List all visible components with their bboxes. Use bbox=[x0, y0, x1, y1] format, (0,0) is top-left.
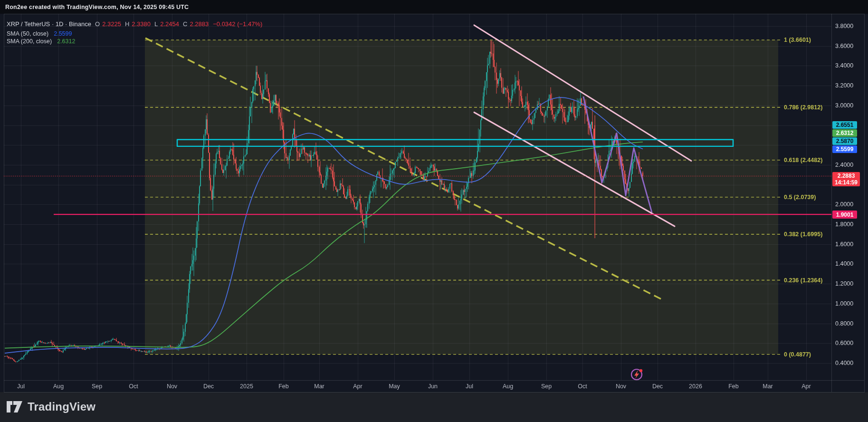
time-axis-label: May bbox=[389, 383, 400, 390]
brand-wordmark: TradingView bbox=[28, 400, 95, 413]
flash-icon bbox=[628, 365, 646, 384]
time-axis-label: Aug bbox=[503, 383, 513, 390]
close-label: C bbox=[183, 20, 187, 28]
fib-level-label: 0.382 (1.6995) bbox=[784, 231, 822, 238]
price-badge: 1.9001 bbox=[832, 211, 857, 219]
sma200-value: 2.6312 bbox=[57, 38, 75, 45]
price-tick-label: 3.6000 bbox=[835, 43, 853, 49]
price-badge: 2.5599 bbox=[832, 145, 857, 153]
time-axis-label: Sep bbox=[541, 383, 552, 390]
open-value: 2.3225 bbox=[102, 20, 121, 28]
chart-pane[interactable] bbox=[0, 0, 868, 422]
sma50-label: SMA (50, close) bbox=[7, 30, 48, 37]
time-axis-label: Dec bbox=[652, 383, 663, 390]
price-badge: 2.6551 bbox=[832, 121, 857, 129]
fib-level-label: 0.618 (2.4482) bbox=[784, 157, 822, 163]
low-value: 2.2454 bbox=[160, 20, 179, 28]
time-axis-label: Mar bbox=[314, 383, 324, 390]
price-badge: 2.5870 bbox=[832, 137, 857, 145]
time-axis-label: Nov bbox=[167, 383, 177, 390]
time-axis-label: Dec bbox=[203, 383, 214, 390]
time-axis-label: Apr bbox=[353, 383, 362, 390]
legend-sma50-row[interactable]: SMA (50, close) 2.5599 bbox=[7, 30, 72, 37]
price-tick-label: 1.2000 bbox=[835, 280, 853, 287]
open-label: O bbox=[95, 20, 100, 28]
tradingview-logo-icon bbox=[6, 400, 23, 414]
legend-symbol-row[interactable]: XRP / TetherUS · 1D · Binance O 2.3225 H… bbox=[7, 20, 262, 28]
fib-level-label: 0.5 (2.0739) bbox=[784, 194, 816, 201]
price-badge: 2.6312 bbox=[832, 129, 857, 137]
high-label: H bbox=[125, 20, 129, 28]
price-tick-label: 3.2000 bbox=[835, 82, 853, 89]
legend-sma200-row[interactable]: SMA (200, close) 2.6312 bbox=[7, 38, 75, 45]
symbol-title[interactable]: XRP / TetherUS · 1D · Binance bbox=[7, 20, 91, 28]
time-axis-label: Mar bbox=[763, 383, 773, 390]
time-axis-label: Oct bbox=[578, 383, 587, 390]
flash-idea-marker[interactable] bbox=[628, 365, 646, 385]
time-axis-label: 2025 bbox=[240, 383, 253, 390]
sma50-value: 2.5599 bbox=[54, 30, 72, 37]
close-value: 2.2883 bbox=[190, 20, 209, 28]
price-tick-label: 2.4000 bbox=[835, 162, 853, 168]
time-axis-label: 2026 bbox=[689, 383, 702, 390]
time-axis-label: Nov bbox=[616, 383, 626, 390]
time-axis-label: Oct bbox=[129, 383, 138, 390]
price-badge: 2.288314:14:59 bbox=[832, 172, 860, 186]
price-tick-label: 1.0000 bbox=[835, 300, 853, 307]
price-tick-label: 3.4000 bbox=[835, 62, 853, 69]
watermark-bar: Ron2ee created with TradingView.com, Nov… bbox=[5, 0, 189, 14]
time-axis-label: Jul bbox=[466, 383, 473, 390]
price-tick-label: 3.0000 bbox=[835, 102, 853, 109]
low-label: L bbox=[154, 20, 158, 28]
fib-level-label: 1 (3.6601) bbox=[784, 37, 811, 43]
price-tick-label: 1.4000 bbox=[835, 260, 853, 267]
fib-level-label: 0.236 (1.2364) bbox=[784, 277, 822, 284]
price-tick-label: 0.6000 bbox=[835, 340, 853, 346]
price-tick-label: 3.8000 bbox=[835, 23, 853, 29]
change-value: −0.0342 (−1.47%) bbox=[213, 20, 262, 28]
fib-level-label: 0.786 (2.9812) bbox=[784, 104, 822, 111]
sma200-label: SMA (200, close) bbox=[7, 38, 52, 45]
time-axis-label: Feb bbox=[278, 383, 289, 390]
time-axis-label: Feb bbox=[728, 383, 739, 390]
tradingview-chart-page: Ron2ee created with TradingView.com, Nov… bbox=[0, 0, 868, 422]
price-tick-label: 2.0000 bbox=[835, 201, 853, 208]
time-axis-label: Aug bbox=[53, 383, 64, 390]
price-tick-label: 1.6000 bbox=[835, 241, 853, 248]
time-axis-label: Apr bbox=[801, 383, 811, 390]
time-axis-label: Sep bbox=[92, 383, 102, 390]
time-axis-label: Jul bbox=[17, 383, 25, 390]
price-tick-label: 0.8000 bbox=[835, 320, 853, 327]
watermark-text: Ron2ee created with TradingView.com, Nov… bbox=[5, 4, 189, 10]
high-value: 2.3380 bbox=[132, 20, 151, 28]
price-tick-label: 0.4000 bbox=[835, 360, 853, 366]
fib-level-label: 0 (0.4877) bbox=[784, 351, 811, 358]
price-tick-label: 1.8000 bbox=[835, 221, 853, 228]
time-axis-label: Jun bbox=[428, 383, 438, 390]
footer-brand[interactable]: TradingView bbox=[6, 400, 95, 414]
